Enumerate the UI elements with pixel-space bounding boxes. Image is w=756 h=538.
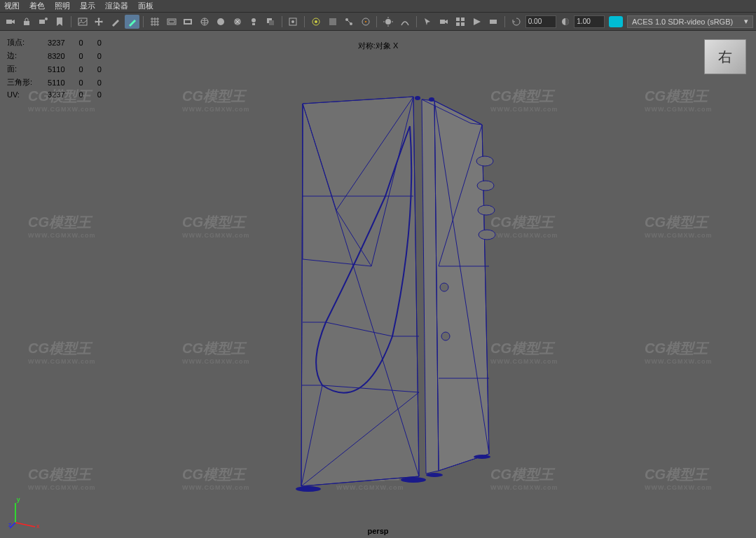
xray-icon[interactable] — [325, 15, 341, 29]
flat-icon[interactable] — [486, 15, 502, 29]
svg-point-78 — [478, 205, 495, 215]
film-gate-icon[interactable] — [164, 15, 179, 29]
svg-rect-34 — [456, 22, 460, 26]
gate-mask-icon[interactable] — [180, 15, 195, 29]
svg-marker-31 — [445, 20, 448, 24]
wireframe-model — [294, 84, 504, 502]
polycount-hud: 顶点:323700 边:832000 面:511000 三角形:511000 U… — [6, 35, 116, 101]
textured-icon[interactable] — [230, 15, 245, 29]
cam-vis-icon[interactable] — [437, 15, 452, 29]
spin-value-input[interactable] — [525, 15, 556, 28]
2d-pan-icon[interactable] — [92, 15, 107, 29]
svg-rect-8 — [169, 20, 174, 23]
separator — [416, 16, 417, 27]
xray-joints-icon[interactable] — [341, 15, 357, 29]
menu-lighting[interactable]: 照明 — [55, 1, 70, 11]
color-management-toggle[interactable] — [609, 16, 623, 27]
shadows-icon[interactable] — [263, 15, 278, 29]
select-camera-icon[interactable] — [3, 15, 18, 29]
svg-point-13 — [217, 18, 224, 25]
xray-components-icon[interactable] — [358, 15, 373, 29]
image-plane-icon[interactable] — [75, 15, 90, 29]
svg-point-82 — [296, 486, 321, 492]
menu-view[interactable]: 视图 — [4, 1, 20, 11]
stat-row: 边:832000 — [7, 50, 114, 62]
isolate-icon[interactable] — [286, 15, 301, 29]
svg-text:z: z — [8, 521, 12, 528]
svg-rect-2 — [24, 21, 29, 25]
panel-toolbar: ACES 1.0 SDR-video (sRGB) ▾ — [0, 13, 756, 31]
menu-renderer[interactable]: 渲染器 — [105, 1, 128, 11]
exposure-icon[interactable] — [380, 15, 396, 29]
menu-show[interactable]: 显示 — [80, 1, 95, 11]
svg-text:y: y — [17, 496, 20, 503]
grease-pencil-icon[interactable] — [108, 15, 123, 29]
colorspace-dropdown[interactable]: ACES 1.0 SDR-video (sRGB) ▾ — [627, 15, 753, 28]
svg-marker-1 — [12, 20, 15, 24]
svg-point-77 — [477, 181, 494, 191]
chevron-down-icon: ▾ — [744, 17, 748, 26]
grid-icon[interactable] — [147, 15, 163, 29]
svg-rect-3 — [39, 20, 45, 24]
svg-point-85 — [474, 455, 490, 459]
svg-point-20 — [291, 20, 294, 23]
shaded-icon[interactable] — [214, 15, 229, 29]
depth-icon[interactable] — [469, 15, 485, 29]
axis-gizmo: y x z — [8, 495, 43, 530]
separator — [504, 16, 505, 27]
symmetry-label: 对称:对象 X — [358, 41, 398, 51]
svg-point-86 — [415, 96, 420, 100]
stat-row: UV:323700 — [7, 90, 114, 99]
svg-point-76 — [476, 156, 493, 166]
svg-point-22 — [315, 20, 317, 23]
svg-rect-35 — [461, 22, 465, 26]
view-cube[interactable]: 右 — [704, 39, 746, 74]
multi-panel-icon[interactable] — [453, 15, 469, 29]
svg-point-81 — [441, 332, 450, 340]
svg-rect-18 — [269, 20, 274, 25]
viewport[interactable]: 顶点:323700 边:832000 面:511000 三角形:511000 U… — [0, 31, 756, 538]
lock-camera-icon[interactable] — [20, 15, 35, 29]
svg-rect-10 — [185, 20, 191, 23]
svg-rect-32 — [456, 18, 460, 21]
ghosting-icon[interactable] — [125, 15, 140, 29]
bookmark-icon[interactable] — [53, 15, 68, 29]
separator — [376, 16, 377, 27]
colorspace-label: ACES 1.0 SDR-video (sRGB) — [632, 18, 733, 26]
svg-rect-36 — [490, 20, 497, 24]
wireframe-icon[interactable] — [197, 15, 212, 29]
stat-row: 三角形:511000 — [7, 76, 114, 88]
svg-point-84 — [426, 473, 443, 477]
separator — [304, 16, 305, 27]
separator — [143, 16, 144, 27]
spin-icon[interactable] — [509, 15, 524, 29]
use-lights-icon[interactable] — [247, 15, 262, 29]
opacity-value-input[interactable] — [574, 15, 605, 28]
stat-row: 顶点:323700 — [7, 36, 114, 48]
opacity-icon[interactable] — [558, 15, 573, 29]
svg-text:x: x — [36, 523, 40, 530]
select-arrow-icon[interactable] — [420, 15, 435, 29]
menu-panels[interactable]: 面板 — [138, 1, 153, 11]
camera-settings-icon[interactable] — [36, 15, 51, 29]
gamma-icon[interactable] — [397, 15, 413, 29]
svg-point-79 — [479, 230, 495, 240]
svg-point-28 — [365, 21, 366, 22]
stat-row: 面:511000 — [7, 63, 114, 75]
svg-line-40 — [15, 523, 35, 527]
svg-point-4 — [45, 18, 48, 20]
separator — [282, 16, 282, 27]
svg-point-6 — [81, 20, 82, 21]
svg-rect-33 — [461, 18, 465, 21]
svg-line-26 — [347, 20, 351, 24]
svg-rect-23 — [329, 18, 336, 25]
svg-point-83 — [401, 477, 426, 483]
panel-menubar: 视图 着色 照明 显示 渲染器 面板 — [0, 0, 756, 13]
menu-shading[interactable]: 着色 — [29, 1, 45, 11]
svg-point-80 — [440, 283, 448, 291]
highquality-icon[interactable] — [308, 15, 324, 29]
separator — [71, 16, 71, 27]
svg-rect-30 — [440, 20, 445, 24]
svg-point-15 — [252, 18, 256, 22]
svg-point-87 — [429, 97, 434, 102]
